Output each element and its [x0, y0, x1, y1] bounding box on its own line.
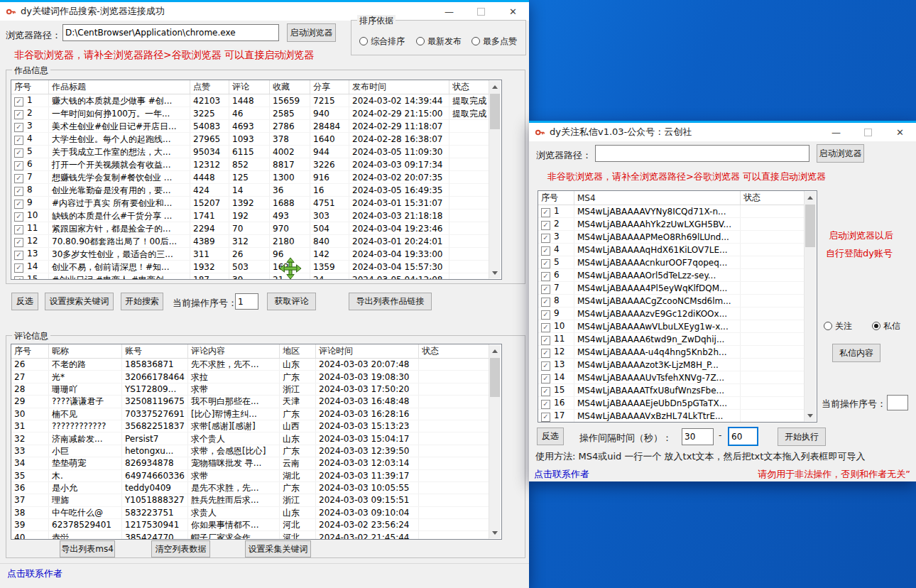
scroll-down-icon[interactable] — [489, 527, 501, 538]
column-header[interactable]: 账号 — [122, 344, 188, 359]
set-search-keywords-button[interactable]: 设置搜索关键词 — [45, 293, 114, 310]
close-button[interactable]: ✕ — [884, 123, 916, 141]
column-header[interactable]: 分享 — [310, 80, 349, 94]
row-checkbox[interactable]: ✓ — [14, 225, 23, 234]
radio-icon[interactable] — [471, 37, 480, 45]
scroll-up-icon[interactable] — [805, 192, 816, 203]
interval-max-input[interactable] — [728, 427, 758, 446]
table-row[interactable]: 30楠不见70337527691[比心]帮博主纠...广东2024-03-03 … — [11, 408, 489, 420]
radio-sort-most-liked[interactable]: 最多点赞 — [471, 36, 517, 48]
radio-sort-newest[interactable]: 最新发布 — [416, 36, 462, 48]
contact-author-link[interactable]: 点击联系作者 — [534, 468, 589, 481]
export-ms4-button[interactable]: 导出列表ms4 — [60, 540, 115, 557]
radio-follow[interactable]: 关注 — [824, 320, 852, 332]
row-checkbox[interactable]: ✓ — [541, 336, 550, 345]
start-execute-button[interactable]: 开始执行 — [778, 428, 826, 446]
row-checkbox[interactable]: ✓ — [14, 276, 23, 280]
table-row[interactable]: 31????????????35682251837求带[感谢][感谢]山西202… — [11, 420, 489, 432]
row-checkbox[interactable]: ✓ — [14, 251, 23, 260]
comments-scrollbar[interactable] — [489, 345, 501, 538]
table-row[interactable]: ✓1MS4wLjABAAAAVYNy8ICQd71X-n... — [538, 205, 805, 218]
table-row[interactable]: ✓15#创业日记 #电商人 #电商创...1873921242024-03-05… — [11, 273, 489, 281]
table-row[interactable]: 39623785294011217530941你如果事情都不...河北2024-… — [11, 519, 489, 531]
table-row[interactable]: ✓11紧跟国家方针，都是捡金子的...2294709705042024-03-0… — [11, 222, 489, 235]
table-row[interactable]: ✓4大学生创业。每个人的起跑线...27965109337816402024-0… — [11, 133, 489, 146]
table-row[interactable]: 32济南减龄发...Persist7求个贵人山东2024-03-03 15:04… — [11, 432, 489, 445]
row-checkbox[interactable]: ✓ — [541, 349, 550, 358]
table-row[interactable]: ✓3MS4wLjABAAAAPMeO8Rh69lLUnd... — [538, 231, 805, 244]
column-header[interactable]: 地区 — [280, 344, 316, 359]
scroll-up-icon[interactable] — [489, 81, 501, 92]
row-checkbox[interactable]: ✓ — [541, 400, 550, 409]
table-row[interactable]: ✓8MS4wLjABAAAACgZcooNCMsd6lm... — [538, 295, 805, 307]
table-row[interactable]: ✓1330多岁女性创业，最适合的三...31126961422024-03-04… — [11, 248, 489, 261]
table-row[interactable]: 37理旆Y1051888327胜兵先胜而后求...浙江2024-03-03 09… — [11, 494, 489, 506]
table-row[interactable]: ✓8创业光靠勤奋是没有用的，要...4241436162024-03-05 16… — [11, 184, 489, 197]
works-scrollbar[interactable] — [489, 81, 501, 278]
table-row[interactable]: 26不老的路185836871先不求胜，先不...山东2024-03-03 20… — [11, 359, 489, 371]
column-header[interactable]: 序号 — [11, 344, 49, 359]
minimize-button[interactable]: — — [433, 2, 465, 21]
table-row[interactable]: 27光*32066178464求拉广东2024-03-03 19:08:30 — [11, 371, 489, 383]
column-header[interactable]: 评论 — [229, 80, 270, 94]
row-checkbox[interactable]: ✓ — [14, 187, 23, 196]
table-row[interactable]: ✓14MS4wLjABAAAAUvTsfehXNVg-7Z... — [538, 371, 805, 384]
row-checkbox[interactable]: ✓ — [14, 212, 23, 222]
row-checkbox[interactable]: ✓ — [541, 323, 550, 332]
table-row[interactable]: ✓13MS4wLjABAAAAzot3K-LjzM8H_P... — [538, 359, 805, 371]
scrollbar-thumb[interactable] — [490, 358, 500, 397]
get-comments-button[interactable]: 获取评论 — [267, 293, 316, 310]
radio-dm[interactable]: 私信 — [872, 320, 900, 332]
clear-list-button[interactable]: 清空列表数据 — [151, 540, 210, 557]
column-header[interactable]: 状态 — [741, 191, 805, 205]
row-checkbox[interactable]: ✓ — [14, 97, 23, 107]
table-row[interactable]: ✓9#内容过于真实 所有要创业和...152071392168847512024… — [11, 197, 489, 209]
table-row[interactable]: ✓1270.80.90都套路出局了！00后...4389312218084020… — [11, 235, 489, 248]
column-header[interactable]: 作品标题 — [49, 80, 190, 94]
maximize-button[interactable] — [852, 123, 884, 141]
table-row[interactable]: 38中午吃什么@583223751求贵人山东2024-03-03 09:10:0… — [11, 506, 489, 518]
radio-sort-composite[interactable]: 综合排序 — [359, 36, 405, 48]
table-row[interactable]: ✓10缺钱的本质是什么#干货分享 ...17411924933032024-03… — [11, 209, 489, 222]
browser-path-input[interactable] — [595, 145, 809, 162]
column-header[interactable]: 状态 — [449, 80, 489, 94]
table-row[interactable]: 35木.64974660336求带湖北2024-03-03 11:39:17 — [11, 469, 489, 481]
table-row[interactable]: 29????谦谦君子32508119675我不明白那些在...天津2024-03… — [11, 396, 489, 408]
table-row[interactable]: ✓2MS4wLjABAAAAhYk2zUwLXGH5BV... — [538, 218, 805, 231]
dm-content-button[interactable]: 私信内容 — [832, 344, 880, 362]
ms4-listview[interactable]: 序号MS4状态 ✓1MS4wLjABAAAAVYNy8ICQd71X-n...✓… — [538, 190, 817, 423]
row-checkbox[interactable]: ✓ — [541, 285, 550, 294]
start-search-button[interactable]: 开始搜索 — [121, 293, 163, 310]
column-header[interactable]: 评论时间 — [316, 344, 419, 359]
row-checkbox[interactable]: ✓ — [14, 174, 23, 183]
column-header[interactable]: 发布时间 — [349, 80, 449, 94]
table-row[interactable]: 36是小允teddy0409是先不求胜，先...广东2024-03-03 10:… — [11, 481, 489, 494]
radio-selected-icon[interactable] — [872, 322, 880, 330]
table-row[interactable]: ✓9MS4wLjABAAAAzvE9Gc12diKOOx... — [538, 307, 805, 320]
radio-icon[interactable] — [416, 37, 425, 45]
scrollbar-thumb[interactable] — [805, 205, 815, 247]
table-row[interactable]: ✓5关于我成立工作室的想法，大...95034611540029442024-0… — [11, 146, 489, 158]
column-header[interactable]: 序号 — [11, 80, 49, 94]
row-checkbox[interactable]: ✓ — [541, 246, 550, 256]
column-header[interactable]: 昵称 — [49, 344, 122, 359]
titlebar[interactable]: dy关键词作品搜索-浏览器连接成功 — ✕ — [0, 2, 529, 21]
radio-icon[interactable] — [824, 322, 832, 330]
table-row[interactable]: ✓5MS4wLjABAAAAcnkurOOF7qopeq... — [538, 256, 805, 269]
minimize-button[interactable]: — — [820, 123, 852, 141]
interval-min-input[interactable] — [682, 428, 714, 445]
row-checkbox[interactable]: ✓ — [14, 263, 23, 273]
titlebar[interactable]: dy关注私信v1.03-公众号：云创社 — ✕ — [529, 123, 916, 141]
table-row[interactable]: 33小巨hetongxu...求带，会感恩[比心]广东2024-03-03 12… — [11, 445, 489, 457]
table-row[interactable]: ✓6打开一个开关视频就会有收益...12312852881732262024-0… — [11, 158, 489, 171]
launch-browser-button[interactable]: 启动浏览器 — [287, 23, 336, 42]
row-checkbox[interactable]: ✓ — [541, 208, 550, 217]
works-listview[interactable]: 序号作品标题点赞评论收藏分享发布时间状态 ✓1赚大钱的本质就是少做事 #创...… — [11, 80, 502, 280]
invert-selection-button[interactable]: 反选 — [537, 428, 564, 445]
contact-author-link[interactable]: 点击联系作者 — [7, 567, 62, 580]
column-header[interactable]: 序号 — [538, 191, 574, 205]
row-checkbox[interactable]: ✓ — [541, 272, 550, 281]
column-header[interactable]: 评论内容 — [188, 344, 280, 359]
table-row[interactable]: 40赤峃385424770帽子厂家求合作河北2024-03-02 21:45:4… — [11, 531, 489, 540]
column-header[interactable]: MS4 — [574, 191, 741, 205]
